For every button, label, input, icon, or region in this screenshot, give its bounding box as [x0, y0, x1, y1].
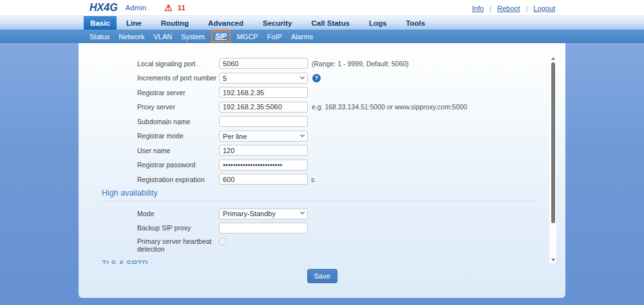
- logo: HX4G: [90, 2, 118, 14]
- subtab-alarms[interactable]: Alarms: [287, 33, 317, 41]
- user-label: Admin: [126, 4, 147, 12]
- subtab-network[interactable]: Network: [114, 33, 149, 41]
- vertical-scrollbar[interactable]: [549, 55, 556, 264]
- registrar-mode-select[interactable]: Per line: [219, 131, 308, 142]
- field-label: Backup SIP proxy: [137, 224, 219, 232]
- content-panel: Local signaling port (Range: 1 - 9999, D…: [79, 43, 565, 298]
- section-spacer: [79, 201, 555, 208]
- tab-call-status[interactable]: Call Status: [301, 16, 359, 30]
- sip-settings-form: Local signaling port (Range: 1 - 9999, D…: [79, 43, 555, 264]
- top-bar: HX4G Admin ⚠ 11 Info | Reboot | Logout: [0, 0, 644, 16]
- form-row: Increments of port number 5 ?: [137, 73, 555, 84]
- info-link[interactable]: Info: [472, 5, 484, 12]
- scroll-down-icon[interactable]: [551, 259, 555, 261]
- tab-advanced[interactable]: Advanced: [198, 16, 253, 30]
- field-hint: (Range: 1 - 9999, Default: 5060): [312, 60, 409, 68]
- registration-expiration-input[interactable]: [219, 174, 308, 185]
- field-label: Increments of port number: [137, 74, 219, 82]
- form-row: Primary server heartbeat detection: [137, 237, 555, 254]
- proxy-server-input[interactable]: [219, 102, 308, 113]
- link-separator: |: [489, 5, 491, 12]
- subtab-sip[interactable]: SIP: [211, 30, 231, 42]
- field-suffix: s: [311, 176, 314, 183]
- page-background: Local signaling port (Range: 1 - 9999, D…: [0, 43, 644, 305]
- help-icon[interactable]: ?: [312, 74, 321, 82]
- reboot-link[interactable]: Reboot: [497, 5, 520, 12]
- subdomain-name-input[interactable]: [219, 116, 308, 127]
- form-row: Registrar mode Per line: [137, 131, 555, 142]
- subtab-vlan[interactable]: VLAN: [149, 33, 177, 41]
- field-label: User name: [137, 147, 219, 154]
- alarm-count: 11: [178, 4, 185, 12]
- field-label: Registrar password: [137, 161, 219, 169]
- subtab-status[interactable]: Status: [85, 33, 114, 41]
- field-label: Primary server heartbeat detection: [137, 237, 219, 253]
- link-separator: |: [526, 5, 527, 12]
- field-label: Registrar mode: [137, 132, 219, 140]
- tab-routing[interactable]: Routing: [151, 16, 198, 30]
- port-increment-select[interactable]: 5: [219, 73, 308, 84]
- field-hint: e.g. 168.33.134.51:5000 or www.sipproxy.…: [312, 103, 467, 111]
- subtab-foip[interactable]: FoIP: [263, 33, 287, 41]
- form-row: User name: [137, 145, 555, 156]
- tab-security[interactable]: Security: [253, 16, 301, 30]
- subtab-mgcp[interactable]: MGCP: [232, 33, 263, 41]
- field-label: Local signaling port: [137, 60, 219, 68]
- field-label: Registration expiration: [137, 176, 219, 183]
- form-row: Registration expiration s: [137, 174, 555, 185]
- logout-link[interactable]: Logout: [533, 5, 555, 12]
- scrollbar-thumb[interactable]: [551, 62, 555, 223]
- registrar-server-input[interactable]: [219, 87, 308, 98]
- field-label: Mode: [137, 210, 219, 217]
- subtab-system[interactable]: System: [176, 33, 209, 41]
- tab-basic[interactable]: Basic: [84, 16, 117, 30]
- form-row: Subdomain name: [137, 116, 555, 127]
- backup-sip-proxy-input[interactable]: [219, 223, 308, 234]
- ha-mode-select[interactable]: Primary-Standby: [219, 208, 308, 219]
- alarm-indicator[interactable]: ⚠ 11: [164, 3, 185, 12]
- section-header-tls-srtp: TLS & SRTP: [102, 259, 536, 264]
- field-label: Registrar server: [137, 89, 219, 97]
- main-nav: Basic Line Routing Advanced Security Cal…: [0, 16, 644, 30]
- tab-tools[interactable]: Tools: [396, 16, 435, 30]
- form-row: Local signaling port (Range: 1 - 9999, D…: [137, 58, 555, 69]
- field-label: Subdomain name: [137, 118, 219, 125]
- local-signaling-port-input[interactable]: [219, 58, 308, 69]
- registrar-password-input[interactable]: [219, 160, 308, 171]
- field-label: Proxy server: [137, 103, 219, 111]
- tab-line[interactable]: Line: [117, 16, 151, 30]
- section-header-high-availability: High availability: [102, 189, 536, 201]
- form-row: Proxy server e.g. 168.33.134.51:5000 or …: [137, 102, 555, 113]
- form-row: Backup SIP proxy: [137, 223, 555, 234]
- save-button[interactable]: Save: [307, 269, 337, 283]
- warning-icon: ⚠: [164, 3, 173, 12]
- form-row: Registrar password: [137, 160, 555, 171]
- top-links: Info | Reboot | Logout: [472, 0, 555, 16]
- save-row: Save: [79, 264, 565, 298]
- primary-heartbeat-checkbox[interactable]: [219, 238, 226, 245]
- scroll-up-icon[interactable]: [551, 57, 555, 60]
- form-row: Registrar server: [137, 87, 555, 98]
- form-row: Mode Primary-Standby: [137, 208, 555, 219]
- tab-logs[interactable]: Logs: [359, 16, 396, 30]
- sub-nav: Status Network VLAN System SIP MGCP FoIP…: [0, 30, 644, 43]
- user-name-input[interactable]: [219, 145, 308, 156]
